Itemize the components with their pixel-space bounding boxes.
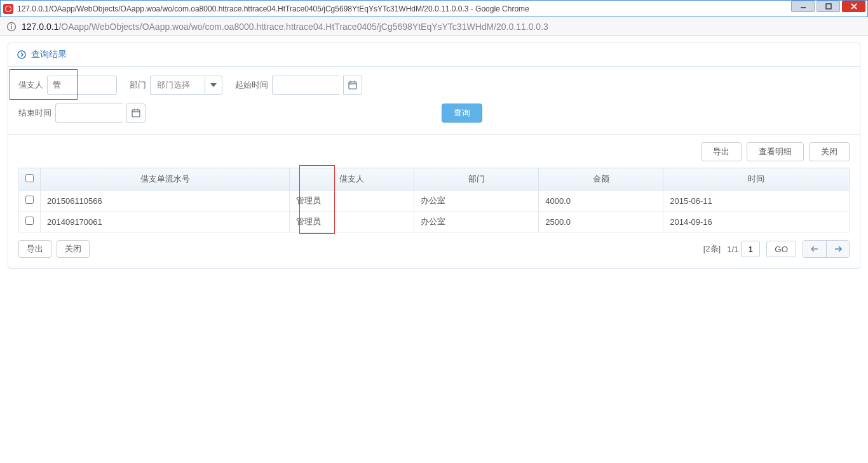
borrower-field: 借支人 xyxy=(18,76,117,95)
window-maximize-button[interactable] xyxy=(817,1,840,12)
arrow-right-icon xyxy=(17,50,26,59)
page-input[interactable] xyxy=(741,241,760,257)
start-time-calendar-button[interactable] xyxy=(343,76,362,95)
export-bottom-button[interactable]: 导出 xyxy=(18,240,51,258)
url-path: /OAapp/WebObjects/OAapp.woa/wo/com.oa800… xyxy=(58,22,548,32)
svg-rect-13 xyxy=(132,110,140,117)
app-favicon xyxy=(3,4,13,14)
export-top-button[interactable]: 导出 xyxy=(701,142,742,161)
cell-borrower: 管理员 xyxy=(290,211,414,232)
page-text: 1/1 xyxy=(727,245,738,254)
end-time-calendar-button[interactable] xyxy=(126,104,146,123)
window-close-button[interactable] xyxy=(842,1,865,12)
maximize-icon xyxy=(825,3,832,10)
prev-page-button[interactable] xyxy=(803,241,826,257)
close-top-button[interactable]: 关闭 xyxy=(809,142,850,161)
dept-label: 部门 xyxy=(130,79,146,91)
window-title: 127.0.0.1/OAapp/WebObjects/OAapp.woa/wo/… xyxy=(17,4,791,13)
borrower-input[interactable] xyxy=(47,76,117,95)
panel-header: 查询结果 xyxy=(8,43,860,67)
start-time-field: 起始时间 xyxy=(235,76,362,95)
end-time-label: 结束时间 xyxy=(18,107,51,119)
select-all-checkbox[interactable] xyxy=(25,174,34,182)
query-button[interactable]: 查询 xyxy=(442,104,482,123)
col-amount: 金额 xyxy=(539,168,663,191)
window-controls xyxy=(791,1,867,17)
start-time-label: 起始时间 xyxy=(235,79,268,91)
window-minimize-button[interactable] xyxy=(791,1,815,12)
cell-time: 2015-06-11 xyxy=(663,191,850,211)
table-row[interactable]: 201506110566 管理员 办公室 4000.0 2015-06-11 xyxy=(19,191,850,211)
panel-title: 查询结果 xyxy=(31,49,67,60)
table-row[interactable]: 201409170061 管理员 办公室 2500.0 2014-09-16 xyxy=(19,211,850,232)
col-borrower: 借支人 xyxy=(290,168,414,191)
count-text: [2条] xyxy=(703,243,721,255)
cell-dept: 办公室 xyxy=(414,211,539,232)
close-bottom-button[interactable]: 关闭 xyxy=(57,240,90,258)
borrower-label: 借支人 xyxy=(18,79,43,91)
window-titlebar: 127.0.0.1/OAapp/WebObjects/OAapp.woa/wo/… xyxy=(0,0,868,17)
table-header-row: 借支单流水号 借支人 部门 金额 时间 xyxy=(19,168,850,191)
url-display[interactable]: 127.0.0.1/OAapp/WebObjects/OAapp.woa/wo/… xyxy=(22,22,548,32)
svg-rect-9 xyxy=(349,82,356,89)
dept-field: 部门 部门选择 xyxy=(130,76,222,95)
svg-rect-1 xyxy=(826,4,831,9)
address-bar: 127.0.0.1/OAapp/WebObjects/OAapp.woa/wo/… xyxy=(0,17,868,36)
row-checkbox[interactable] xyxy=(25,217,34,225)
cell-time: 2014-09-16 xyxy=(663,211,850,232)
top-actions: 导出 查看明细 关闭 xyxy=(8,135,860,168)
cell-borrower: 管理员 xyxy=(290,191,414,211)
calendar-icon xyxy=(348,81,357,90)
close-icon xyxy=(850,3,858,10)
minimize-icon xyxy=(800,3,806,10)
page-nav xyxy=(803,240,850,258)
cell-serial: 201506110566 xyxy=(41,191,290,211)
svg-marker-8 xyxy=(210,83,217,87)
detail-button[interactable]: 查看明细 xyxy=(747,142,804,161)
arrow-left-icon xyxy=(810,245,819,253)
col-dept: 部门 xyxy=(414,168,539,191)
go-button[interactable]: GO xyxy=(766,241,796,257)
dept-dropdown-button[interactable] xyxy=(205,76,222,95)
pager: [2条] 1/1 GO xyxy=(703,240,850,258)
arrow-right-icon xyxy=(834,245,843,253)
col-serial: 借支单流水号 xyxy=(41,168,290,191)
col-time: 时间 xyxy=(663,168,850,191)
svg-point-7 xyxy=(18,51,25,58)
cell-dept: 办公室 xyxy=(414,191,539,211)
url-host: 127.0.0.1 xyxy=(22,22,58,32)
cell-amount: 4000.0 xyxy=(539,191,663,211)
results-table: 借支单流水号 借支人 部门 金额 时间 201506110566 管理员 办公室… xyxy=(18,168,850,232)
row-checkbox[interactable] xyxy=(25,196,34,204)
calendar-icon xyxy=(132,109,140,117)
next-page-button[interactable] xyxy=(826,241,849,257)
end-time-input[interactable] xyxy=(55,104,123,123)
cell-amount: 2500.0 xyxy=(539,211,663,232)
query-result-panel: 查询结果 借支人 部门 部门选择 xyxy=(8,43,860,269)
svg-point-5 xyxy=(11,24,12,25)
filter-block: 借支人 部门 部门选择 起始时间 xyxy=(8,67,860,135)
start-time-input[interactable] xyxy=(272,76,339,95)
site-info-icon[interactable] xyxy=(6,22,17,32)
end-time-field: 结束时间 xyxy=(18,104,146,123)
chevron-down-icon xyxy=(210,83,217,87)
table-footer: 导出 关闭 [2条] 1/1 GO xyxy=(8,232,860,268)
cell-serial: 201409170061 xyxy=(41,211,290,232)
dept-select-text: 部门选择 xyxy=(150,76,205,95)
dept-select[interactable]: 部门选择 xyxy=(150,76,222,95)
svg-rect-6 xyxy=(11,26,11,29)
